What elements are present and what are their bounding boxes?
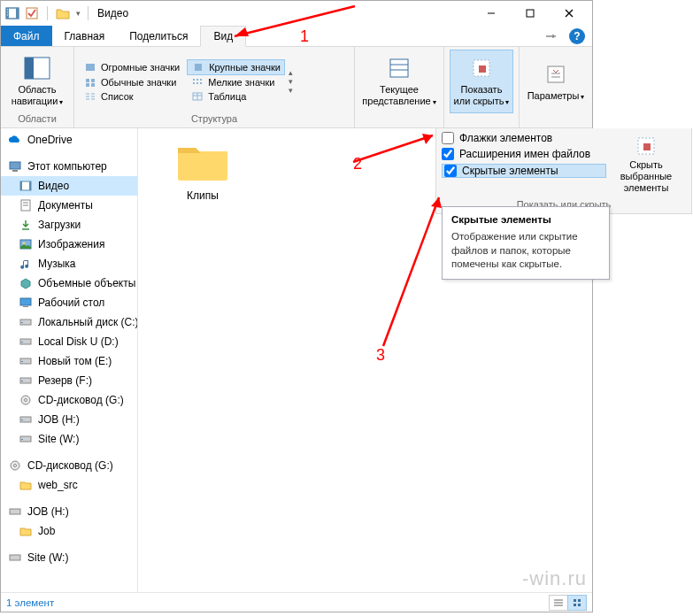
check-file-extensions[interactable]: Расширения имен файлов — [442, 148, 606, 160]
folder-icon — [55, 5, 71, 21]
group-layout: Огромные значки Крупные значки Обычные з… — [74, 47, 355, 127]
svg-rect-3 — [16, 8, 19, 19]
layout-large-icons[interactable]: Крупные значки — [187, 59, 285, 75]
svg-rect-39 — [479, 65, 486, 73]
nav-pictures[interactable]: Изображения — [1, 235, 137, 254]
svg-rect-77 — [574, 604, 576, 606]
tab-view[interactable]: Вид — [200, 26, 246, 47]
nav-cd-g2[interactable]: CD-дисковод (G:) — [1, 456, 137, 475]
layout-medium-icons[interactable]: Обычные значки — [80, 75, 183, 89]
group-current-view: Текущее представление — [355, 47, 444, 127]
app-icon — [4, 5, 20, 21]
pin-icon[interactable] — [544, 26, 557, 46]
svg-rect-21 — [196, 79, 198, 81]
svg-rect-16 — [86, 79, 89, 82]
nav-videos[interactable]: Видео — [1, 176, 137, 196]
tab-share[interactable]: Поделиться — [117, 26, 200, 46]
check-item-checkboxes[interactable]: Флажки элементов — [442, 132, 606, 144]
svg-rect-67 — [21, 439, 23, 440]
ribbon-tabs: Файл Главная Поделиться Вид ? — [1, 26, 592, 47]
svg-rect-55 — [21, 322, 23, 323]
nav-job-folder[interactable]: Job — [1, 521, 137, 541]
nav-cd-g[interactable]: CD-дисковод (G:) — [1, 390, 137, 410]
tab-home[interactable]: Главная — [52, 26, 118, 46]
nav-job-h2[interactable]: JOB (H:) — [1, 502, 137, 521]
folder-label: Клипы — [163, 189, 243, 202]
view-large-icons-button[interactable] — [567, 595, 587, 611]
qat-dropdown-icon[interactable]: ▾ — [76, 9, 81, 18]
layout-scroll-down[interactable]: ▾ — [289, 77, 293, 86]
close-button[interactable] — [550, 1, 589, 26]
svg-rect-18 — [86, 83, 89, 87]
folder-item[interactable]: Клипы — [163, 137, 243, 202]
svg-rect-15 — [195, 64, 202, 71]
nav-local-disk-c[interactable]: Локальный диск (C:) — [1, 312, 137, 332]
help-button[interactable]: ? — [569, 28, 585, 44]
svg-rect-45 — [29, 181, 31, 190]
svg-rect-75 — [574, 599, 576, 602]
minimize-button[interactable] — [472, 1, 511, 26]
hide-selected-button[interactable]: Скрыть выбранныеэлементы — [606, 132, 686, 196]
svg-rect-57 — [21, 342, 23, 343]
svg-rect-71 — [10, 555, 20, 560]
nav-reserve-f[interactable]: Резерв (F:) — [1, 371, 137, 390]
show-hide-button[interactable]: Показать или скрыть — [450, 50, 513, 113]
tooltip-body: Отображение или скрытие файлов и папок, … — [451, 230, 600, 272]
svg-rect-44 — [20, 181, 22, 190]
layout-more[interactable]: ▾ — [289, 86, 293, 95]
current-view-button[interactable]: Текущее представление — [360, 50, 438, 113]
group-show-hide: Показать или скрыть — [444, 47, 520, 127]
svg-rect-35 — [390, 59, 408, 77]
nav-desktop[interactable]: Рабочий стол — [1, 293, 137, 312]
svg-rect-80 — [643, 143, 651, 150]
ribbon: Область навигации Области Огромные значк… — [1, 47, 592, 128]
options-button[interactable]: Параметры — [525, 50, 587, 113]
svg-rect-13 — [25, 58, 34, 79]
options-icon — [542, 60, 570, 89]
svg-rect-52 — [20, 298, 31, 305]
nav-web-src[interactable]: web_src — [1, 475, 137, 495]
svg-rect-22 — [200, 79, 202, 81]
layout-huge-icons[interactable]: Огромные значки — [80, 59, 183, 75]
nav-onedrive[interactable]: OneDrive — [1, 130, 137, 150]
quick-access-toolbar: ▾ — [4, 5, 92, 21]
nav-site-w2[interactable]: Site (W:) — [1, 548, 137, 567]
nav-documents[interactable]: Документы — [1, 196, 137, 215]
maximize-button[interactable] — [511, 1, 550, 26]
svg-rect-19 — [91, 83, 95, 87]
svg-point-63 — [25, 399, 27, 402]
tooltip: Скрытые элементы Отображение или скрытие… — [442, 206, 610, 280]
layout-list[interactable]: Список — [80, 89, 183, 104]
tab-file[interactable]: Файл — [1, 26, 52, 46]
svg-rect-40 — [548, 66, 564, 82]
svg-point-69 — [14, 465, 17, 467]
nav-site-w[interactable]: Site (W:) — [1, 429, 137, 449]
svg-rect-9 — [527, 10, 534, 17]
layout-small-icons[interactable]: Мелкие значки — [187, 75, 285, 89]
check-hidden-items[interactable]: Скрытые элементы — [442, 164, 606, 178]
nav-job-h[interactable]: JOB (H:) — [1, 410, 137, 429]
svg-rect-70 — [10, 509, 20, 514]
navigation-pane-button[interactable]: Область навигации — [6, 50, 68, 113]
nav-this-pc[interactable]: Этот компьютер — [1, 157, 137, 176]
svg-rect-14 — [86, 64, 95, 71]
svg-rect-76 — [578, 599, 581, 602]
svg-rect-65 — [21, 420, 23, 420]
svg-rect-7 — [27, 8, 37, 19]
navigation-tree[interactable]: OneDrive Этот компьютер Видео Документы … — [1, 128, 138, 592]
watermark: -win.ru — [522, 567, 587, 590]
explorer-window: ▾ Видео Файл Главная Поделиться Вид ? Об… — [0, 0, 593, 612]
show-hide-icon — [467, 54, 496, 82]
nav-3d-objects[interactable]: Объемные объекты — [1, 273, 137, 293]
tooltip-title: Скрытые элементы — [451, 214, 600, 225]
svg-rect-23 — [193, 82, 195, 84]
nav-local-disk-d[interactable]: Local Disk U (D:) — [1, 332, 137, 351]
nav-new-volume-e[interactable]: Новый том (E:) — [1, 351, 137, 371]
window-title: Видео — [97, 7, 128, 19]
layout-table[interactable]: Таблица — [187, 89, 285, 104]
view-details-button[interactable] — [549, 595, 568, 611]
properties-icon[interactable] — [24, 5, 40, 21]
layout-scroll-up[interactable]: ▴ — [289, 68, 293, 77]
nav-downloads[interactable]: Загрузки — [1, 215, 137, 235]
nav-music[interactable]: Музыка — [1, 254, 137, 273]
